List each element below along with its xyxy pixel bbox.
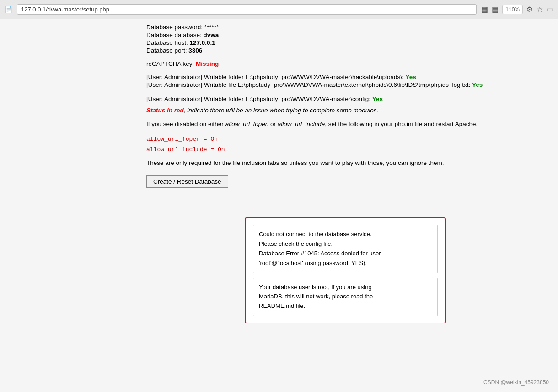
writable2-status: Yes [472,81,483,88]
db-host-label: Database host: [146,39,190,46]
allow-note: If you see disabled on either [146,121,225,127]
allow-note2: or [268,121,278,127]
reader-icon[interactable]: ▤ [492,5,499,14]
writable3-line: [User: Administrator] Writable folder E:… [146,95,544,102]
db-host-line: Database host: 127.0.0.1 [146,39,544,46]
page-content: Database password: ****** Database datab… [0,19,558,392]
allow-note3: , set the following in your php.ini file… [325,121,478,127]
bookmark-icon[interactable]: ☆ [537,5,543,14]
create-reset-db-button[interactable]: Create / Reset Database [146,175,228,188]
address-bar[interactable]: 127.0.0.1/dvwa-master/setup.php [17,4,477,15]
code-block: allow_url_fopen = On allow_url_include =… [146,134,544,155]
writable1-line: [User: Administrator] Writable folder E:… [146,74,544,80]
watermark: CSDN @weixin_45923850 [483,379,549,386]
qr-icon[interactable]: ▦ [481,5,488,14]
recaptcha-line: reCAPTCHA key: Missing [146,60,544,67]
writable1-text: [User: Administrator] Writable folder E:… [146,74,405,80]
writable3-status: Yes [372,95,383,102]
browser-toolbar: ▦ ▤ 110% ⚙ ☆ ▭ [481,5,553,14]
writable2-text: [User: Administrator] Writable file E:\p… [146,81,472,88]
allow-url-section: If you see disabled on either allow_url_… [146,119,544,129]
db-password-line: Database password: ****** [146,24,544,31]
error-box-2: Your database user is root, if you are u… [253,278,438,316]
error-section: Could not connect to the database servic… [146,217,544,323]
writable1-status: Yes [405,74,416,80]
recaptcha-label: reCAPTCHA key: [146,60,196,67]
db-port-line: Database port: 3306 [146,47,544,54]
error-outer-box: Could not connect to the database servic… [245,217,446,323]
db-port-label: Database port: [146,47,188,54]
ignore-note: These are only required for the file inc… [146,159,544,166]
db-host-value: 127.0.0.1 [190,39,215,46]
error1-line4: 'root'@'localhost' (using password: YES)… [259,259,432,268]
db-database-line: Database database: dvwa [146,32,544,38]
code-line1: allow_url_fopen = On [146,134,544,144]
db-password-value: ****** [204,24,219,31]
error1-line1: Could not connect to the database servic… [259,230,432,239]
error-box-1: Could not connect to the database servic… [253,225,438,273]
extension-icon[interactable]: ⚙ [526,5,533,14]
zoom-indicator: 110% [502,5,523,14]
recaptcha-value: Missing [196,60,219,67]
db-database-value: dvwa [204,32,219,38]
error2-line1: Your database user is root, if you are u… [259,283,432,292]
tab-favicon: 📄 [5,6,12,13]
allow-fopen: allow_url_fopen [225,121,269,127]
content-area: Database password: ****** Database datab… [0,19,558,333]
browser-chrome: 📄 127.0.0.1/dvwa-master/setup.php ▦ ▤ 11… [0,0,558,19]
allow-include: allow_url_include [278,121,325,127]
sidebar-icon[interactable]: ▭ [547,5,553,14]
code-line2: allow_url_include = On [146,144,544,155]
status-red-note: , indicate there will be an issue when t… [184,107,378,114]
status-red-label: Status in red [146,107,184,114]
error2-line2: MariaDB, this will not work, please read… [259,292,432,302]
db-database-label: Database database: [146,32,204,38]
writable3-text: [User: Administrator] Writable folder E:… [146,95,372,102]
error2-line3: README.md file. [259,302,432,311]
writable2-line: [User: Administrator] Writable file E:\p… [146,81,544,88]
error1-line3: Database Error #1045: Access denied for … [259,249,432,259]
error1-line2: Please check the config file. [259,239,432,249]
writable-section: [User: Administrator] Writable folder E:… [146,74,544,88]
status-notice: Status in red, indicate there will be an… [146,107,544,114]
db-port-value: 3306 [188,47,202,54]
divider [142,208,549,208]
db-password-label: Database password: [146,24,204,31]
